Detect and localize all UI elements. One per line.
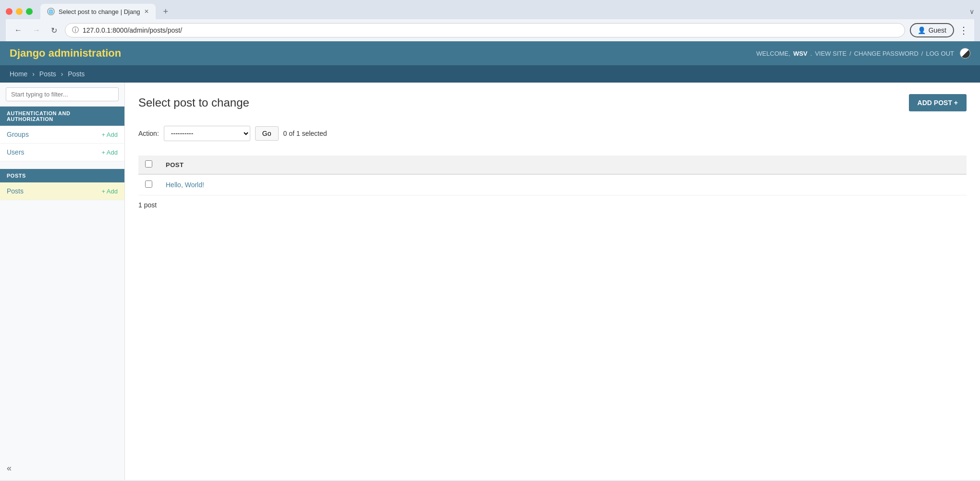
breadcrumb-sep-1: › <box>32 70 35 78</box>
django-body: AUTHENTICATION AND AUTHORIZATION Groups … <box>0 83 980 480</box>
sidebar-section-posts: POSTS <box>0 169 124 182</box>
header-dot: . <box>810 50 812 57</box>
traffic-lights <box>6 8 33 15</box>
posts-link[interactable]: Posts <box>7 187 24 195</box>
sidebar-filter-container <box>0 83 124 107</box>
select-all-checkbox[interactable] <box>145 160 152 168</box>
welcome-text: WELCOME, <box>756 50 790 57</box>
close-window-button[interactable] <box>6 8 12 15</box>
expand-button[interactable]: ∨ <box>969 8 974 15</box>
table-header-post: POST <box>159 156 967 174</box>
tab-close-button[interactable]: ✕ <box>144 8 149 15</box>
page-title: Select post to change <box>138 96 249 109</box>
sidebar-collapse-button[interactable]: « <box>0 457 124 480</box>
django-admin-title: Django administration <box>10 47 121 60</box>
posts-table: POST Hello, World! <box>138 156 967 195</box>
breadcrumb: Home › Posts › Posts <box>0 65 980 83</box>
view-site-link[interactable]: VIEW SITE <box>815 50 846 57</box>
profile-icon: 👤 <box>918 26 926 34</box>
breadcrumb-home[interactable]: Home <box>10 70 27 78</box>
go-button[interactable]: Go <box>255 126 279 141</box>
tab-title: Select post to change | Djang <box>59 8 140 15</box>
more-options-button[interactable]: ⋮ <box>959 24 968 36</box>
footer-count: 1 post <box>138 201 157 209</box>
users-add-link[interactable]: + Add <box>101 149 118 156</box>
address-bar[interactable]: ⓘ 127.0.0.1:8000/admin/posts/post/ <box>65 23 905 37</box>
groups-add-link[interactable]: + Add <box>101 131 118 138</box>
browser-chrome: 🌐 Select post to change | Djang ✕ + ∨ ← … <box>0 0 980 41</box>
post-link[interactable]: Hello, World! <box>166 181 204 189</box>
maximize-window-button[interactable] <box>26 8 33 15</box>
tab-bar: 🌐 Select post to change | Djang ✕ + ∨ <box>6 4 974 19</box>
table-header-checkbox <box>138 156 159 174</box>
breadcrumb-posts-section[interactable]: Posts <box>39 70 56 78</box>
selection-info: 0 of 1 selected <box>283 130 327 137</box>
minimize-window-button[interactable] <box>16 8 23 15</box>
row-checkbox-cell <box>138 174 159 195</box>
username: WSV <box>793 50 808 57</box>
forward-button[interactable]: → <box>30 24 43 36</box>
active-tab[interactable]: 🌐 Select post to change | Djang ✕ <box>40 4 156 19</box>
back-button[interactable]: ← <box>12 24 25 36</box>
main-content: Select post to change ADD POST + Action:… <box>125 83 980 480</box>
header-right: WELCOME, WSV . VIEW SITE / CHANGE PASSWO… <box>756 48 970 59</box>
table-row: Hello, World! <box>138 174 967 195</box>
security-icon: ⓘ <box>72 26 79 35</box>
profile-button[interactable]: 👤 Guest <box>910 23 954 37</box>
django-header: Django administration WELCOME, WSV . VIE… <box>0 41 980 65</box>
sidebar-item-groups: Groups + Add <box>0 126 124 144</box>
action-select[interactable]: ---------- <box>164 126 250 141</box>
url-display: 127.0.0.1:8000/admin/posts/post/ <box>83 26 898 34</box>
sidebar-filter-input[interactable] <box>6 87 119 101</box>
breadcrumb-current: Posts <box>68 70 85 78</box>
change-password-link[interactable]: CHANGE PASSWORD <box>854 50 919 57</box>
profile-label: Guest <box>929 26 946 34</box>
action-label: Action: <box>138 130 159 137</box>
sidebar-section-auth: AUTHENTICATION AND AUTHORIZATION <box>0 107 124 126</box>
sidebar: AUTHENTICATION AND AUTHORIZATION Groups … <box>0 83 125 480</box>
django-admin: Django administration WELCOME, WSV . VIE… <box>0 41 980 480</box>
table-footer: 1 post <box>138 195 967 215</box>
table-header-row: POST <box>138 156 967 174</box>
new-tab-button[interactable]: + <box>159 5 172 19</box>
sidebar-spacer <box>0 161 124 169</box>
groups-link[interactable]: Groups <box>7 131 29 138</box>
breadcrumb-sep-2: › <box>61 70 63 78</box>
users-link[interactable]: Users <box>7 148 24 156</box>
sidebar-item-users: Users + Add <box>0 144 124 161</box>
row-title-cell: Hello, World! <box>159 174 967 195</box>
add-post-button[interactable]: ADD POST + <box>909 94 967 111</box>
row-checkbox[interactable] <box>145 180 152 188</box>
posts-add-link[interactable]: + Add <box>101 188 118 195</box>
main-header: Select post to change ADD POST + <box>138 94 967 111</box>
logout-link[interactable]: LOG OUT <box>926 50 954 57</box>
action-bar: Action: ---------- Go 0 of 1 selected <box>138 121 967 146</box>
tab-favicon: 🌐 <box>47 8 55 15</box>
theme-toggle-button[interactable] <box>960 48 970 59</box>
browser-toolbar: ← → ↻ ⓘ 127.0.0.1:8000/admin/posts/post/… <box>6 19 974 41</box>
reload-button[interactable]: ↻ <box>48 24 60 37</box>
sidebar-item-posts: Posts + Add <box>0 182 124 200</box>
